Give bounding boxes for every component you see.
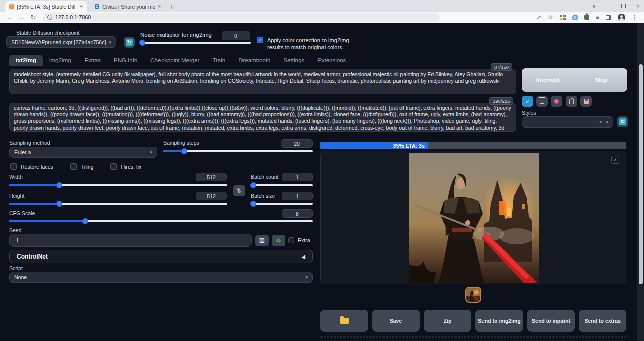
close-preview-icon[interactable]: × xyxy=(611,156,619,164)
batch-size-label: Batch size xyxy=(251,193,275,199)
slider-thumb[interactable] xyxy=(56,182,62,188)
cfg-scale-slider[interactable] xyxy=(9,220,313,222)
reading-list-icon[interactable]: ≡ xyxy=(596,14,599,21)
tab-settings[interactable]: Settings xyxy=(277,55,311,66)
apply-style-button[interactable] xyxy=(566,96,577,107)
sheets-extension-icon[interactable] xyxy=(560,15,566,20)
color-correction-checkbox[interactable]: ✓ xyxy=(257,37,263,43)
site-info-icon[interactable]: i xyxy=(47,15,52,20)
tab-train[interactable]: Train xyxy=(206,55,232,66)
paste-generation-params-button[interactable]: ↙ xyxy=(522,96,533,107)
height-slider[interactable] xyxy=(9,203,227,205)
refresh-checkpoints-button[interactable]: ↻ xyxy=(124,37,135,48)
tab-png-info[interactable]: PNG Info xyxy=(107,55,144,66)
gallery-thumbnail[interactable] xyxy=(465,287,481,303)
scrollbar-thumb[interactable] xyxy=(639,64,643,284)
slider-thumb[interactable] xyxy=(250,201,256,207)
skip-button[interactable]: Skip xyxy=(575,68,628,92)
random-seed-button[interactable]: ⚄ xyxy=(255,235,269,246)
open-folder-button[interactable] xyxy=(320,310,368,332)
browser-tab-stable-diffusion[interactable]: [35% ETA: 3s] Stable Diffusion × xyxy=(5,1,87,12)
restore-faces-checkbox[interactable] xyxy=(10,163,17,170)
send-to-img2img-button[interactable]: Send to img2img xyxy=(475,310,523,332)
checkpoint-label: Stable Diffusion checkpoint xyxy=(16,30,79,36)
styles-dropdown[interactable]: × ▾ xyxy=(522,116,613,128)
menu-kebab-icon[interactable]: ⋮ xyxy=(632,14,638,21)
window-close-icon[interactable]: × xyxy=(637,3,640,9)
back-icon[interactable]: ← xyxy=(3,14,15,21)
browser-tab-civitai[interactable]: C Civitai | Share your models × xyxy=(91,1,165,12)
chevron-down-icon: ▾ xyxy=(150,150,152,155)
width-value[interactable]: 512 xyxy=(196,173,227,181)
batch-count-slider[interactable] xyxy=(251,184,313,186)
share-icon[interactable]: ↗ xyxy=(536,14,541,21)
tab-close-icon[interactable]: × xyxy=(79,4,83,9)
clear-styles-icon[interactable]: × xyxy=(599,119,602,125)
zip-button[interactable]: Zip xyxy=(424,310,471,332)
swap-dimensions-button[interactable]: ⇅ xyxy=(233,185,245,196)
toggles-row: Restore faces Tiling Hires. fix xyxy=(10,163,141,170)
negative-prompt-textarea[interactable]: canvas frame, cartoon, 3d, ((disfigured)… xyxy=(9,103,516,132)
window-maximize-icon[interactable] xyxy=(621,4,626,8)
tab-extensions[interactable]: Extensions xyxy=(311,55,352,66)
tiling-checkbox[interactable] xyxy=(70,163,77,170)
width-slider[interactable] xyxy=(9,184,227,186)
sampling-steps-value[interactable]: 20 xyxy=(281,139,313,148)
reload-icon[interactable]: ↻ xyxy=(27,14,39,21)
slider-thumb[interactable] xyxy=(139,40,145,46)
profile-avatar[interactable] xyxy=(618,14,625,21)
refresh-styles-button[interactable]: ↻ xyxy=(617,116,628,127)
tab-txt2img[interactable]: txt2img xyxy=(9,55,43,66)
noise-multiplier-slider[interactable] xyxy=(141,42,251,44)
hires-fix-checkbox[interactable] xyxy=(110,163,117,170)
slider-thumb[interactable] xyxy=(56,201,62,207)
new-tab-button[interactable]: + xyxy=(167,2,176,11)
height-value[interactable]: 512 xyxy=(196,192,227,200)
floppy-save-icon xyxy=(584,99,589,104)
color-correction-row: ✓ Apply color correction to img2img resu… xyxy=(257,37,363,51)
extensions-puzzle-icon[interactable] xyxy=(584,15,589,20)
save-style-button[interactable] xyxy=(580,96,592,107)
batch-count-value[interactable]: 1 xyxy=(282,173,313,181)
noise-multiplier-value[interactable]: 0 xyxy=(222,31,250,40)
slider-thumb[interactable] xyxy=(250,182,256,188)
extension-blue-icon[interactable] xyxy=(572,15,578,20)
tab-extras[interactable]: Extras xyxy=(77,55,107,66)
prompt-textarea[interactable]: modelshoot style, (extremely detailed CG… xyxy=(9,69,516,94)
tab-dreambooth[interactable]: Dreambooth xyxy=(232,55,277,66)
trash-icon xyxy=(540,99,544,104)
save-button[interactable]: Save xyxy=(372,310,420,332)
slider-thumb[interactable] xyxy=(181,148,187,154)
seed-input[interactable]: -1 xyxy=(9,234,252,247)
checkpoint-dropdown[interactable]: SD15NewVAEpruned.ckpt [27a4ac756c] ▾ xyxy=(6,36,116,48)
forward-icon[interactable]: → xyxy=(15,14,27,21)
generation-info-text xyxy=(320,336,626,338)
interrupt-button[interactable]: Interrupt xyxy=(522,68,575,92)
address-bar[interactable]: i 127.0.0.1:7860 xyxy=(42,13,440,22)
scrollbar-track[interactable] xyxy=(637,23,644,341)
tab-checkpoint-merger[interactable]: Checkpoint Merger xyxy=(144,55,206,66)
extra-seed-row: Extra xyxy=(288,237,310,243)
bookmark-star-icon[interactable]: ☆ xyxy=(548,14,553,21)
send-to-inpaint-button[interactable]: Send to inpaint xyxy=(527,310,575,332)
window-minimize-icon[interactable]: – xyxy=(607,3,610,9)
generated-image[interactable] xyxy=(409,153,539,283)
sampling-steps-slider[interactable] xyxy=(163,150,313,152)
script-dropdown[interactable]: None ▾ xyxy=(9,272,313,283)
reuse-seed-button[interactable]: ♻ xyxy=(272,235,285,246)
slider-thumb[interactable] xyxy=(82,218,88,224)
controlnet-accordion[interactable]: ControlNet ◀ xyxy=(9,250,313,263)
batch-size-slider[interactable] xyxy=(251,203,313,205)
send-to-extras-button[interactable]: Send to extras xyxy=(579,310,626,332)
tab-close-icon[interactable]: × xyxy=(158,4,161,9)
sampling-method-dropdown[interactable]: Euler a ▾ xyxy=(9,147,157,158)
refresh-icon: ↻ xyxy=(619,118,626,125)
tab-img2img[interactable]: img2img xyxy=(43,55,77,66)
side-panel-icon[interactable] xyxy=(606,15,611,20)
window-chevron-icon[interactable]: ∨ xyxy=(592,3,596,9)
clear-prompt-button[interactable] xyxy=(536,96,548,107)
extra-seed-checkbox[interactable] xyxy=(288,237,294,243)
batch-size-value[interactable]: 1 xyxy=(282,192,313,200)
cfg-scale-value[interactable]: 8 xyxy=(282,209,313,218)
extra-networks-button[interactable] xyxy=(551,96,562,107)
